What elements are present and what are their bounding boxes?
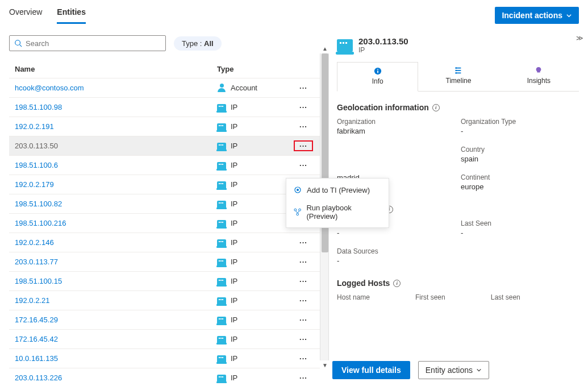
entity-type: IP xyxy=(217,373,294,382)
ip-icon xyxy=(217,220,226,227)
table-row[interactable]: 10.0.161.135IP··· xyxy=(9,348,320,368)
chevron-down-icon xyxy=(566,13,572,19)
entity-title: 203.0.113.50 xyxy=(358,36,408,46)
more-actions-button[interactable]: ··· xyxy=(294,103,313,111)
scroll-up-icon[interactable]: ▲ xyxy=(322,45,328,52)
ip-icon xyxy=(217,123,226,130)
column-header-name[interactable]: Name xyxy=(15,65,217,73)
more-actions-button[interactable]: ··· xyxy=(294,354,313,363)
table-row[interactable]: 192.0.2.146IP··· xyxy=(9,233,320,252)
info-tooltip-icon[interactable]: i xyxy=(432,104,440,111)
more-actions-button[interactable]: ··· xyxy=(294,258,313,266)
ip-icon xyxy=(217,317,226,323)
geo-heading: Geolocation information xyxy=(337,103,429,112)
insights-icon xyxy=(535,67,543,74)
detail-tab-insights[interactable]: Insights xyxy=(499,62,579,91)
entity-link[interactable]: hcook@contoso.com xyxy=(15,84,217,92)
entity-link[interactable]: 203.0.113.50 xyxy=(15,142,217,150)
entity-link[interactable]: 10.0.161.135 xyxy=(15,354,217,363)
scroll-down-icon[interactable]: ▼ xyxy=(322,362,328,368)
entity-link[interactable]: 198.51.100.82 xyxy=(15,200,217,208)
more-actions-button[interactable]: ··· xyxy=(294,335,313,343)
type-filter-pill[interactable]: Type : All xyxy=(174,36,222,51)
entity-link[interactable]: 198.51.100.216 xyxy=(15,219,217,227)
incident-actions-button[interactable]: Incident actions xyxy=(495,7,579,24)
more-actions-button[interactable]: ··· xyxy=(294,140,313,151)
entity-type: IP xyxy=(217,335,294,343)
search-input[interactable] xyxy=(26,39,161,48)
svg-line-1 xyxy=(20,45,22,47)
detail-tab-timeline[interactable]: Timeline xyxy=(418,62,498,91)
ip-icon xyxy=(217,181,226,188)
table-row[interactable]: 198.51.100.6IP··· xyxy=(9,155,320,175)
ip-icon xyxy=(217,355,226,362)
entity-link[interactable]: 172.16.45.42 xyxy=(15,335,217,343)
table-row[interactable]: 172.16.45.42IP··· xyxy=(9,329,320,348)
ip-icon xyxy=(217,201,226,207)
table-row[interactable]: 172.16.45.29IP··· xyxy=(9,310,320,329)
incident-actions-label: Incident actions xyxy=(502,11,562,20)
entity-link[interactable]: 198.51.100.98 xyxy=(15,103,217,111)
entity-link[interactable]: 192.0.2.21 xyxy=(15,296,217,305)
entity-subtitle: IP xyxy=(358,46,408,54)
view-full-details-button[interactable]: View full details xyxy=(332,361,410,379)
more-actions-button[interactable]: ··· xyxy=(294,84,313,92)
entity-link[interactable]: 192.0.2.191 xyxy=(15,122,217,131)
entity-type: IP xyxy=(217,142,294,150)
ip-icon xyxy=(217,278,226,285)
entity-type: IP xyxy=(217,180,294,189)
entity-list: hcook@contoso.comAccount···198.51.100.98… xyxy=(9,78,320,386)
svg-point-3 xyxy=(297,189,299,191)
table-row[interactable]: 203.0.113.77IP··· xyxy=(9,252,320,271)
entity-link[interactable]: 198.51.100.6 xyxy=(15,161,217,169)
table-row[interactable]: 203.0.113.226IP··· xyxy=(9,368,320,386)
entity-type: IP xyxy=(217,122,294,131)
table-row[interactable]: 203.0.113.50IP··· xyxy=(9,136,320,155)
ip-icon xyxy=(337,39,353,52)
table-row[interactable]: 192.0.2.21IP··· xyxy=(9,290,320,310)
more-actions-button[interactable]: ··· xyxy=(294,122,313,131)
entity-link[interactable]: 192.0.2.179 xyxy=(15,180,217,189)
entity-link[interactable]: 198.51.100.15 xyxy=(15,277,217,285)
context-menu: Add to TI (Preview) Run playbook (Previe… xyxy=(286,178,389,228)
detail-tab-info[interactable]: Info xyxy=(337,62,418,92)
more-actions-button[interactable]: ··· xyxy=(294,161,313,169)
info-tooltip-icon[interactable]: i xyxy=(393,280,401,287)
tab-entities[interactable]: Entities xyxy=(57,7,86,24)
svg-point-11 xyxy=(377,69,378,70)
table-row[interactable]: 198.51.100.82IP··· xyxy=(9,194,320,213)
tab-overview[interactable]: Overview xyxy=(9,7,42,24)
entity-actions-button[interactable]: Entity actions xyxy=(418,361,489,379)
entity-link[interactable]: 203.0.113.77 xyxy=(15,258,217,266)
more-actions-button[interactable]: ··· xyxy=(294,296,313,305)
entity-link[interactable]: 203.0.113.226 xyxy=(15,373,217,382)
expand-icon[interactable]: ≫ xyxy=(576,34,583,42)
menu-run-playbook[interactable]: Run playbook (Preview) xyxy=(286,199,389,225)
table-row[interactable]: 198.51.100.216IP··· xyxy=(9,213,320,233)
entity-type: IP xyxy=(217,277,294,285)
table-row[interactable]: 192.0.2.179IP··· xyxy=(9,175,320,194)
table-row[interactable]: 198.51.100.98IP··· xyxy=(9,97,320,117)
entity-type: IP xyxy=(217,354,294,363)
entity-link[interactable]: 192.0.2.146 xyxy=(15,238,217,247)
more-actions-button[interactable]: ··· xyxy=(294,316,313,324)
table-row[interactable]: 198.51.100.15IP··· xyxy=(9,271,320,290)
entity-type: IP xyxy=(217,200,294,208)
playbook-icon xyxy=(293,207,302,217)
entity-type: IP xyxy=(217,238,294,247)
entity-type: Account xyxy=(217,84,294,93)
table-row[interactable]: hcook@contoso.comAccount··· xyxy=(9,78,320,97)
table-row[interactable]: 192.0.2.191IP··· xyxy=(9,117,320,136)
more-actions-button[interactable]: ··· xyxy=(294,238,313,247)
svg-point-6 xyxy=(297,213,299,215)
add-ti-icon xyxy=(293,185,302,194)
menu-add-to-ti[interactable]: Add to TI (Preview) xyxy=(286,181,389,199)
ip-icon xyxy=(217,297,226,304)
more-actions-button[interactable]: ··· xyxy=(294,373,313,382)
search-input-wrapper[interactable] xyxy=(9,35,166,51)
search-icon xyxy=(14,39,22,47)
svg-point-16 xyxy=(455,70,457,72)
more-actions-button[interactable]: ··· xyxy=(294,277,313,285)
entity-link[interactable]: 172.16.45.29 xyxy=(15,316,217,324)
column-header-type[interactable]: Type xyxy=(217,65,294,73)
